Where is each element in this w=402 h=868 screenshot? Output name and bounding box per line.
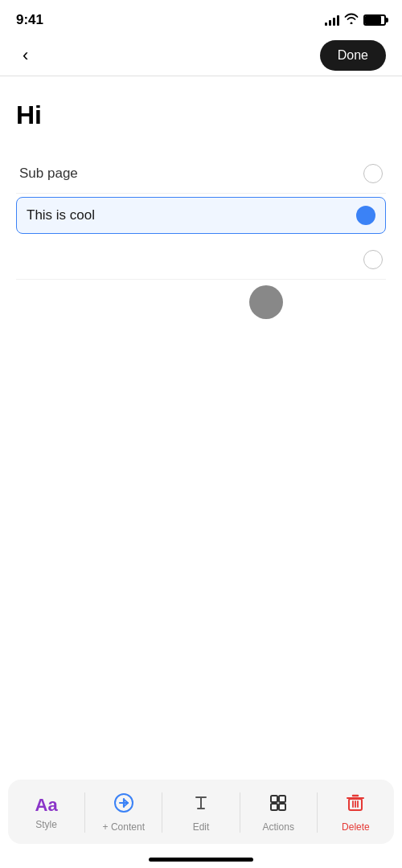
list-item-empty[interactable] xyxy=(16,240,386,280)
content-icon xyxy=(113,792,134,818)
status-time: 9:41 xyxy=(16,12,43,28)
page-title: Hi xyxy=(16,100,386,130)
selected-list-item[interactable]: This is cool xyxy=(16,197,386,234)
svg-rect-4 xyxy=(271,796,277,802)
toolbar-delete-button[interactable]: Delete xyxy=(318,789,394,836)
style-icon: Aa xyxy=(35,795,58,816)
selected-item-label: This is cool xyxy=(27,207,95,223)
svg-rect-5 xyxy=(279,796,285,802)
toolbar-actions-button[interactable]: Actions xyxy=(240,789,317,836)
status-icons xyxy=(325,13,386,27)
list-item-label: Sub page xyxy=(19,166,78,182)
actions-label: Actions xyxy=(263,821,294,833)
content-label: + Content xyxy=(103,821,145,833)
back-button[interactable]: ‹ xyxy=(16,42,35,69)
list-item[interactable]: Sub page xyxy=(16,154,386,194)
done-button[interactable]: Done xyxy=(320,40,386,71)
battery-icon xyxy=(363,14,386,26)
home-indicator xyxy=(149,858,253,862)
nav-bar: ‹ Done xyxy=(0,35,402,76)
toolbar-style-button[interactable]: Aa Style xyxy=(8,792,84,833)
svg-rect-6 xyxy=(271,804,277,810)
actions-icon xyxy=(268,792,289,818)
radio-button-unselected-2[interactable] xyxy=(363,250,383,269)
radio-button-unselected[interactable] xyxy=(363,164,383,183)
delete-icon xyxy=(345,792,366,818)
drag-handle[interactable] xyxy=(249,285,283,319)
toolbar-container: Aa Style + Content xyxy=(8,780,394,844)
status-bar: 9:41 xyxy=(0,0,402,35)
delete-label: Delete xyxy=(342,821,370,833)
svg-rect-7 xyxy=(279,804,285,810)
wifi-icon xyxy=(344,13,359,27)
edit-icon xyxy=(191,792,211,818)
edit-label: Edit xyxy=(193,821,210,833)
toolbar-edit-button[interactable]: Edit xyxy=(162,789,239,836)
bottom-toolbar: Aa Style + Content xyxy=(0,780,402,868)
toolbar-content-button[interactable]: + Content xyxy=(85,789,162,836)
signal-icon xyxy=(325,14,339,26)
page-content: Hi Sub page This is cool xyxy=(0,76,402,296)
radio-button-selected[interactable] xyxy=(356,206,375,225)
style-label: Style xyxy=(35,819,57,830)
